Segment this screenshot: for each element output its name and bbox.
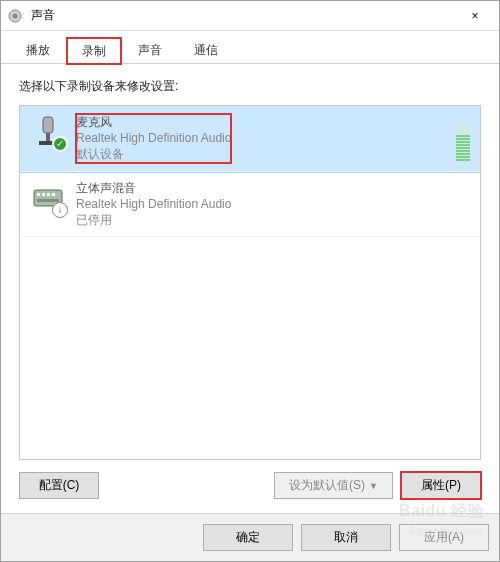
disabled-badge-icon: ↓ [52, 202, 68, 218]
device-name: 立体声混音 [76, 180, 231, 196]
svg-point-1 [13, 13, 18, 18]
svg-rect-8 [47, 193, 50, 196]
dialog-footer: 确定 取消 应用(A) [1, 513, 499, 561]
svg-rect-3 [46, 133, 50, 141]
set-default-button[interactable]: 设为默认值(S)▼ [274, 472, 393, 499]
tab-recording[interactable]: 录制 [67, 38, 121, 64]
svg-rect-10 [37, 199, 59, 202]
default-badge-icon: ✓ [52, 136, 68, 152]
sound-icon [5, 6, 25, 26]
svg-rect-9 [52, 193, 55, 196]
content-area: 选择以下录制设备来修改设置: ✓ 麦克风 Realtek High Defini… [1, 64, 499, 513]
device-subtitle: Realtek High Definition Audio [76, 196, 231, 212]
title-bar: 声音 × [1, 1, 499, 31]
chevron-down-icon: ▼ [369, 481, 378, 491]
device-item-stereo-mix[interactable]: ↓ 立体声混音 Realtek High Definition Audio 已停… [20, 172, 480, 238]
apply-button[interactable]: 应用(A) [399, 524, 489, 551]
close-button[interactable]: × [455, 1, 495, 31]
action-buttons: 配置(C) 设为默认值(S)▼ 属性(P) [19, 472, 481, 499]
configure-button[interactable]: 配置(C) [19, 472, 99, 499]
window-title: 声音 [31, 7, 455, 24]
level-meter [456, 114, 470, 163]
device-item-microphone[interactable]: ✓ 麦克风 Realtek High Definition Audio 默认设备 [20, 106, 480, 172]
device-subtitle: Realtek High Definition Audio [76, 130, 231, 146]
tab-communications[interactable]: 通信 [179, 37, 233, 63]
microphone-icon: ✓ [30, 114, 66, 150]
tab-bar: 播放 录制 声音 通信 [1, 31, 499, 64]
device-text-highlight: 麦克风 Realtek High Definition Audio 默认设备 [76, 114, 231, 163]
device-text: 立体声混音 Realtek High Definition Audio 已停用 [76, 180, 231, 229]
ok-button[interactable]: 确定 [203, 524, 293, 551]
properties-button[interactable]: 属性(P) [401, 472, 481, 499]
cancel-button[interactable]: 取消 [301, 524, 391, 551]
close-icon: × [471, 9, 478, 23]
device-status: 默认设备 [76, 146, 231, 162]
svg-rect-2 [43, 117, 53, 133]
device-status: 已停用 [76, 212, 231, 228]
tab-playback[interactable]: 播放 [11, 37, 65, 63]
tab-sounds[interactable]: 声音 [123, 37, 177, 63]
device-name: 麦克风 [76, 114, 231, 130]
instruction-text: 选择以下录制设备来修改设置: [19, 78, 481, 95]
device-list[interactable]: ✓ 麦克风 Realtek High Definition Audio 默认设备 [19, 105, 481, 460]
svg-rect-6 [37, 193, 40, 196]
svg-rect-7 [42, 193, 45, 196]
mixer-icon: ↓ [30, 180, 66, 216]
sound-dialog: 声音 × 播放 录制 声音 通信 选择以下录制设备来修改设置: ✓ [0, 0, 500, 562]
